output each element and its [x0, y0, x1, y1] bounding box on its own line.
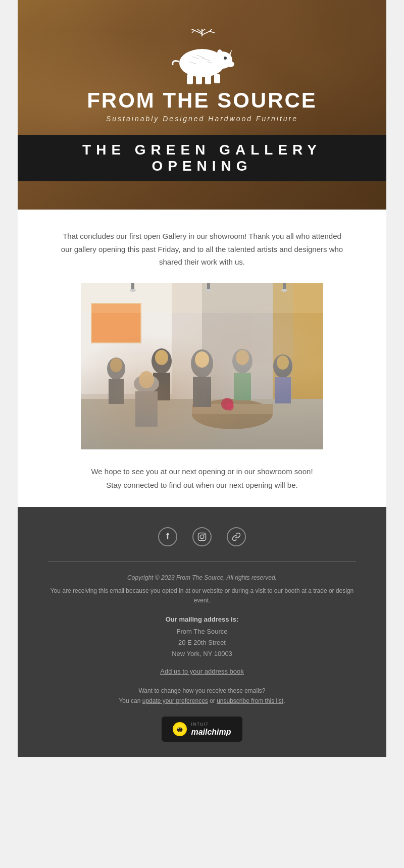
svg-line-7	[191, 29, 194, 30]
mailchimp-badge-inner: intuit mailchimp	[173, 722, 231, 737]
svg-point-43	[195, 351, 209, 368]
svg-point-64	[204, 534, 205, 535]
svg-point-70	[181, 728, 182, 729]
svg-rect-60	[283, 283, 286, 290]
svg-rect-34	[192, 404, 273, 414]
svg-point-49	[277, 355, 289, 370]
update-preferences-link[interactable]: update your preferences	[142, 697, 208, 704]
svg-point-41	[191, 349, 213, 378]
svg-point-54	[226, 402, 234, 411]
brand-logo	[162, 29, 242, 84]
instagram-icon[interactable]	[192, 527, 212, 546]
svg-point-33	[192, 399, 273, 429]
body-section: That concludes our first open Gallery in…	[18, 210, 386, 507]
svg-rect-36	[109, 379, 124, 404]
svg-point-13	[224, 57, 227, 60]
hero-section: FROM THE SOURCE Sustainably Designed Har…	[18, 0, 386, 210]
svg-rect-18	[214, 74, 220, 83]
svg-line-3	[202, 31, 210, 35]
closing-line-2: Stay connected to find out when our next…	[106, 481, 297, 489]
footer-pre-link-text: You can	[119, 697, 142, 704]
svg-point-63	[200, 535, 204, 539]
svg-rect-39	[153, 373, 170, 400]
svg-line-4	[210, 29, 212, 31]
mailchimp-badge[interactable]: intuit mailchimp	[162, 717, 242, 742]
facebook-icon[interactable]: f	[158, 527, 177, 546]
svg-point-57	[130, 289, 136, 292]
intro-text: That concludes our first open Gallery in…	[58, 230, 346, 269]
brand-tagline: Sustainably Designed Hardwood Furniture	[18, 115, 386, 123]
footer-opt-in-note: You are receiving this email because you…	[48, 586, 356, 605]
svg-point-14	[217, 49, 222, 57]
hero-content: FROM THE SOURCE Sustainably Designed Har…	[18, 29, 386, 181]
mailchimp-name-label: mailchimp	[191, 727, 231, 737]
add-to-address-book-link[interactable]: Add us to your address book	[48, 668, 356, 675]
svg-rect-30	[273, 283, 323, 409]
svg-rect-15	[187, 74, 193, 84]
svg-point-40	[155, 350, 168, 365]
svg-rect-29	[92, 304, 140, 342]
footer-links-text: You can update your preferences or unsub…	[48, 697, 356, 704]
gallery-image	[81, 283, 323, 449]
mailchimp-text: intuit mailchimp	[191, 722, 231, 737]
svg-line-2	[202, 29, 207, 31]
svg-rect-17	[205, 74, 211, 84]
footer-address-line1: 20 E 20th Street	[48, 637, 356, 648]
footer-company-name: From The Source	[48, 626, 356, 637]
gallery-image-inner	[81, 283, 323, 449]
svg-point-35	[107, 358, 125, 380]
footer-section: f Copyright © 2023 From The Source, All …	[18, 507, 386, 757]
footer-divider	[48, 561, 356, 562]
footer-address: From The Source 20 E 20th Street New Yor…	[48, 626, 356, 659]
svg-rect-24	[81, 283, 323, 449]
footer-or-text: or	[208, 697, 217, 704]
footer-period: .	[283, 697, 285, 704]
svg-line-8	[192, 30, 194, 33]
svg-rect-42	[193, 377, 211, 407]
svg-rect-32	[81, 399, 323, 449]
footer-preferences-question: Want to change how you receive these ema…	[48, 687, 356, 694]
svg-rect-58	[207, 283, 210, 290]
svg-point-12	[226, 61, 234, 67]
svg-point-61	[281, 289, 287, 292]
svg-point-46	[236, 350, 249, 365]
svg-rect-55	[81, 283, 323, 313]
svg-point-47	[273, 354, 292, 378]
svg-marker-11	[229, 49, 232, 56]
svg-rect-28	[91, 303, 141, 343]
svg-rect-31	[293, 283, 323, 409]
svg-rect-62	[198, 533, 206, 540]
svg-rect-16	[196, 74, 202, 84]
mailchimp-intuit-label: intuit	[191, 722, 209, 727]
svg-point-44	[232, 349, 252, 373]
brand-name: FROM THE SOURCE	[18, 88, 386, 113]
footer-copyright: Copyright © 2023 From The Source, All ri…	[48, 574, 356, 581]
svg-rect-48	[275, 377, 291, 403]
mailchimp-logo-icon	[173, 722, 187, 736]
closing-text: We hope to see you at our next opening o…	[58, 465, 346, 492]
svg-point-38	[152, 348, 172, 374]
svg-point-59	[206, 289, 212, 292]
svg-line-5	[210, 31, 215, 33]
svg-rect-26	[202, 283, 323, 449]
svg-rect-56	[131, 283, 134, 290]
svg-point-52	[139, 371, 154, 388]
svg-rect-25	[81, 283, 202, 449]
event-title: THE GREEN GALLERY OPENING	[18, 135, 386, 181]
closing-line-1: We hope to see you at our next opening o…	[91, 467, 313, 476]
svg-rect-51	[135, 391, 158, 427]
svg-point-71	[179, 730, 181, 731]
social-icons: f	[48, 527, 356, 546]
svg-point-50	[134, 375, 159, 393]
svg-rect-45	[234, 373, 251, 400]
footer-address-label: Our mailing address is:	[48, 616, 356, 623]
svg-point-37	[110, 358, 122, 372]
svg-point-69	[178, 728, 179, 729]
link-icon[interactable]	[227, 527, 246, 546]
svg-rect-27	[81, 283, 172, 394]
svg-point-53	[221, 398, 233, 410]
unsubscribe-link[interactable]: unsubscribe from this list	[217, 697, 283, 704]
footer-address-city: New York, NY 10003	[48, 648, 356, 659]
